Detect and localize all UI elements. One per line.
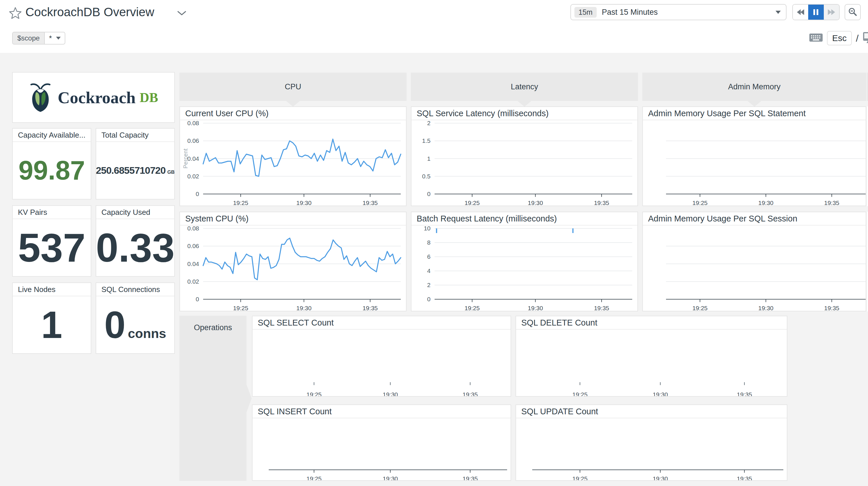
esc-key-hint: Esc (827, 31, 852, 46)
svg-text:19:25: 19:25 (233, 305, 248, 311)
stat-title: Live Nodes (13, 283, 91, 296)
page-title: CockroachDB Overview (25, 5, 154, 19)
svg-text:19:25: 19:25 (233, 199, 248, 205)
skip-back-button[interactable] (793, 5, 808, 20)
group-label: Latency (511, 82, 538, 91)
svg-text:2: 2 (427, 282, 431, 288)
shortcut-hints: Esc / (809, 29, 868, 48)
stat-value: 537 (18, 224, 86, 271)
chart-panel-system-cpu[interactable]: System CPU (%) 00.020.040.060.0819:2519:… (180, 211, 407, 311)
chart-panel-sql-select-count[interactable]: SQL SELECT Count 19:2519:3019:35 (252, 316, 511, 397)
stat-panel-sql-connections[interactable]: SQL Connections 0conns (96, 283, 175, 354)
chart-plot[interactable]: 19:2519:3019:35 (252, 418, 510, 480)
zoom-out-button[interactable] (845, 4, 861, 20)
svg-text:19:35: 19:35 (363, 305, 378, 311)
chart-panel-admin-memory-statement[interactable]: Admin Memory Usage Per SQL Statement 19:… (642, 106, 866, 206)
stat-title: SQL Connections (96, 283, 174, 296)
group-notch (246, 384, 252, 412)
svg-text:19:35: 19:35 (463, 475, 478, 480)
group-header-latency[interactable]: Latency (411, 73, 638, 101)
svg-text:19:25: 19:25 (572, 475, 588, 480)
chart-plot[interactable]: 024681019:2519:3019:35 (411, 226, 638, 311)
scope-variable-value: * (45, 32, 56, 44)
svg-text:19:30: 19:30 (297, 305, 312, 311)
stat-value: 0 (104, 303, 125, 347)
svg-text:19:30: 19:30 (758, 199, 774, 205)
stat-panel-kv-pairs[interactable]: KV Pairs 537 (12, 205, 91, 277)
svg-text:19:35: 19:35 (594, 305, 610, 311)
svg-text:19:35: 19:35 (463, 391, 478, 396)
chart-title: Current User CPU (%) (180, 107, 406, 120)
chart-panel-current-user-cpu[interactable]: Current User CPU (%) 00.020.040.060.0819… (180, 106, 407, 206)
stat-title: Capacity Available... (13, 128, 91, 142)
stat-panel-total-capacity[interactable]: Total Capacity 250.6855710720GB (96, 128, 175, 199)
slash-key-hint: / (856, 33, 859, 44)
chart-panel-sql-delete-count[interactable]: SQL DELETE Count 19:2519:3019:35 (516, 316, 787, 397)
svg-text:19:25: 19:25 (306, 391, 321, 396)
chart-plot[interactable]: 19:2519:3019:35 (252, 330, 510, 396)
chart-title: SQL DELETE Count (516, 316, 787, 330)
chart-plot[interactable]: 19:2519:3019:35 (516, 330, 787, 396)
pause-button[interactable] (808, 5, 824, 20)
svg-text:19:25: 19:25 (465, 305, 480, 311)
chart-title: Admin Memory Usage Per SQL Statement (643, 107, 866, 120)
chart-panel-sql-update-count[interactable]: SQL UPDATE Count 19:2519:3019:35 (516, 404, 787, 481)
stat-unit: conns (128, 326, 166, 341)
stat-panel-live-nodes[interactable]: Live Nodes 1 (12, 283, 91, 354)
chart-plot[interactable]: 00.020.040.060.0819:2519:3019:35 (180, 226, 406, 311)
chart-title: SQL UPDATE Count (516, 405, 787, 418)
chart-plot[interactable]: 19:2519:3019:35 (643, 120, 866, 205)
group-label: Operations (180, 323, 246, 332)
chart-title: Batch Request Latency (milliseconds) (411, 212, 638, 226)
svg-text:19:25: 19:25 (692, 199, 708, 205)
chevron-down-icon (776, 11, 781, 14)
template-variable-scope[interactable]: $scope * (12, 32, 65, 45)
cropped-panel-sliver (867, 211, 868, 311)
svg-text:19:30: 19:30 (758, 305, 774, 311)
chart-plot[interactable]: 19:2519:3019:35 (516, 418, 787, 480)
favorite-star-icon[interactable] (9, 6, 22, 21)
stat-panel-capacity-available[interactable]: Capacity Available... 99.87 (12, 128, 91, 199)
stat-value: 1 (41, 303, 62, 347)
svg-text:19:35: 19:35 (594, 199, 610, 205)
chart-plot[interactable]: 19:2519:3019:35 (643, 226, 866, 311)
svg-text:19:25: 19:25 (465, 199, 480, 205)
chart-plot[interactable]: 00.020.040.060.0819:2519:3019:35Percent (180, 120, 406, 205)
chart-panel-sql-service-latency[interactable]: SQL Service Latency (milliseconds) 00.51… (411, 106, 638, 206)
svg-text:19:25: 19:25 (572, 391, 588, 396)
svg-text:0.02: 0.02 (187, 173, 199, 179)
group-header-operations[interactable]: Operations (180, 316, 246, 481)
title-chevron-down-icon[interactable] (177, 10, 187, 17)
stat-value: 250.6855710720 (96, 165, 165, 176)
chart-panel-admin-memory-session[interactable]: Admin Memory Usage Per SQL Session 19:25… (642, 211, 866, 311)
cropped-panel-sliver (867, 106, 868, 206)
group-header-admin-memory[interactable]: Admin Memory (642, 73, 866, 101)
svg-text:0: 0 (196, 296, 199, 303)
svg-text:0: 0 (427, 191, 431, 197)
svg-text:0: 0 (427, 296, 431, 303)
dashboard-page: CockroachDB Overview 15m Past 15 Minutes… (0, 0, 868, 486)
chart-panel-batch-request-latency[interactable]: Batch Request Latency (milliseconds) 024… (411, 211, 638, 311)
playback-controls (792, 4, 840, 20)
tv-mode-icon[interactable] (863, 31, 868, 45)
cockroachdb-logo-panel[interactable]: Cockroach DB (12, 72, 175, 123)
chart-plot[interactable]: 00.511.5219:2519:3019:35 (411, 120, 638, 205)
svg-text:0.08: 0.08 (187, 120, 199, 126)
svg-text:4: 4 (427, 267, 431, 274)
time-range-label: Past 15 Minutes (602, 8, 658, 17)
svg-text:0.06: 0.06 (187, 137, 199, 144)
keyboard-icon (809, 33, 823, 44)
group-notch (286, 101, 300, 107)
svg-text:19:35: 19:35 (737, 475, 752, 480)
svg-text:8: 8 (427, 239, 431, 246)
chart-title: Admin Memory Usage Per SQL Session (643, 212, 866, 226)
svg-text:19:30: 19:30 (528, 305, 543, 311)
chart-panel-sql-insert-count[interactable]: SQL INSERT Count 19:2519:3019:35 (252, 404, 511, 481)
skip-forward-button[interactable] (824, 5, 839, 20)
group-notch (518, 101, 531, 107)
chart-title: SQL SELECT Count (252, 316, 510, 330)
svg-text:10: 10 (424, 226, 431, 232)
time-range-picker[interactable]: 15m Past 15 Minutes (570, 4, 786, 20)
stat-panel-capacity-used[interactable]: Capacity Used 0.33 (96, 205, 175, 277)
group-header-cpu[interactable]: CPU (180, 73, 407, 101)
